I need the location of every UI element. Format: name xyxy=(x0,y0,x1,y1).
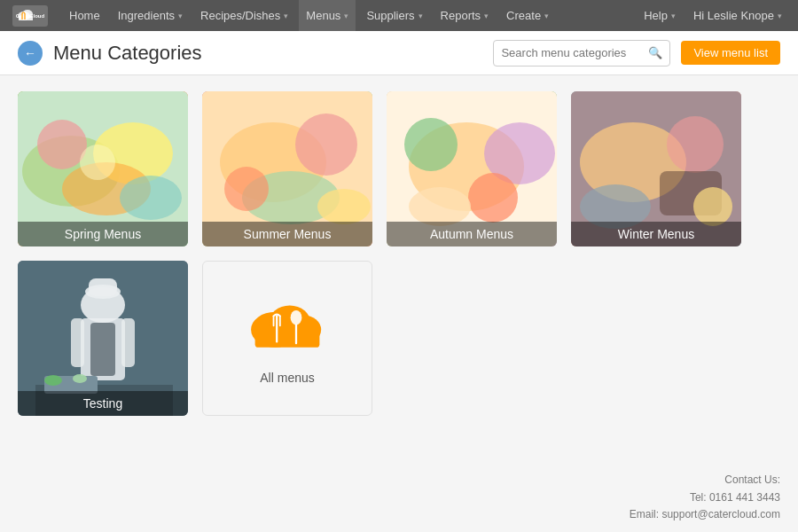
svg-point-11 xyxy=(37,120,87,169)
search-box: 🔍 xyxy=(493,40,670,66)
chevron-down-icon: ▾ xyxy=(284,12,288,20)
tel-label: Tel: 0161 441 3443 xyxy=(630,489,780,506)
category-row-1: Spring Menus Summer Menus xyxy=(18,91,780,246)
email-label: Email: support@catercloud.com xyxy=(630,506,780,523)
svg-point-43 xyxy=(44,375,62,386)
search-icon: 🔍 xyxy=(648,46,662,59)
category-card-autumn[interactable]: Autumn Menus xyxy=(387,91,557,246)
nav-ingredients[interactable]: Ingredients ▾ xyxy=(111,0,190,31)
winter-label: Winter Menus xyxy=(571,222,741,246)
page-footer: Contact Us: Tel: 0161 441 3443 Email: su… xyxy=(630,472,780,523)
main-content: Spring Menus Summer Menus xyxy=(0,75,798,432)
page-title: Menu Categories xyxy=(53,42,202,65)
svg-point-16 xyxy=(295,113,357,176)
category-row-2: Testing xyxy=(18,261,780,416)
testing-label: Testing xyxy=(18,391,188,416)
chevron-down-icon: ▾ xyxy=(484,12,489,20)
search-input[interactable] xyxy=(501,46,643,59)
chevron-down-icon: ▾ xyxy=(778,12,782,20)
back-button[interactable]: ← xyxy=(18,41,43,66)
spring-label: Spring Menus xyxy=(18,222,188,246)
category-card-spring[interactable]: Spring Menus xyxy=(18,91,188,246)
all-menus-label: All menus xyxy=(260,371,314,385)
nav-user-menu[interactable]: Hi Leslie Knope ▾ xyxy=(686,9,789,22)
svg-point-13 xyxy=(80,145,115,180)
chevron-down-icon: ▾ xyxy=(344,12,348,20)
svg-rect-37 xyxy=(121,318,135,367)
nav-menus[interactable]: Menus ▾ xyxy=(299,0,356,31)
nav-suppliers[interactable]: Suppliers ▾ xyxy=(359,0,429,31)
autumn-label: Autumn Menus xyxy=(387,222,557,246)
chevron-down-icon: ▾ xyxy=(178,12,183,20)
category-card-testing[interactable]: Testing xyxy=(18,261,188,416)
logo[interactable]: CaterCloud xyxy=(9,4,51,28)
page-header: ← Menu Categories 🔍 View menu list xyxy=(0,31,798,75)
svg-point-18 xyxy=(224,167,269,211)
svg-rect-36 xyxy=(71,318,84,367)
svg-point-22 xyxy=(404,118,458,171)
chevron-down-icon: ▾ xyxy=(671,12,676,20)
nav-reports[interactable]: Reports ▾ xyxy=(434,0,497,31)
contact-label: Contact Us: xyxy=(630,472,780,489)
svg-rect-4 xyxy=(19,16,33,20)
nav-help[interactable]: Help ▾ xyxy=(637,0,683,31)
nav-recipes-dishes[interactable]: Recipes/Dishes ▾ xyxy=(193,0,295,31)
category-card-winter[interactable]: Winter Menus xyxy=(571,91,741,246)
svg-point-24 xyxy=(468,173,518,223)
nav-create[interactable]: Create ▾ xyxy=(499,0,556,31)
summer-label: Summer Menus xyxy=(202,222,372,246)
chevron-down-icon: ▾ xyxy=(419,12,423,20)
category-card-all-menus[interactable]: All menus xyxy=(202,261,372,416)
svg-point-32 xyxy=(693,187,732,226)
nav-home[interactable]: Home xyxy=(62,0,107,31)
svg-point-29 xyxy=(667,116,724,173)
svg-rect-39 xyxy=(89,278,117,296)
navbar: CaterCloud Home Ingredients ▾ Recipes/Di… xyxy=(0,0,798,31)
svg-point-19 xyxy=(317,189,371,224)
svg-point-52 xyxy=(291,310,302,325)
svg-rect-48 xyxy=(255,330,320,348)
svg-point-12 xyxy=(120,176,182,220)
view-menu-list-button[interactable]: View menu list xyxy=(681,41,780,65)
chevron-down-icon: ▾ xyxy=(544,12,549,20)
svg-point-44 xyxy=(73,374,87,383)
svg-rect-40 xyxy=(90,323,115,376)
all-menus-icon xyxy=(243,293,332,364)
svg-point-25 xyxy=(409,187,471,226)
category-card-summer[interactable]: Summer Menus xyxy=(202,91,372,246)
